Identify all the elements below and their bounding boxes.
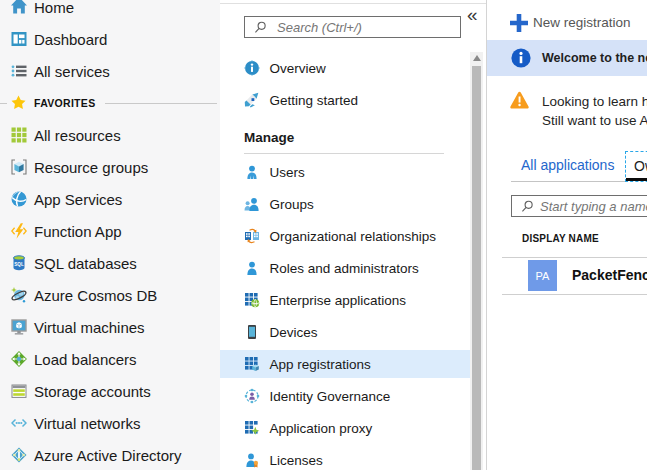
svg-text:SQL: SQL [14,262,24,267]
